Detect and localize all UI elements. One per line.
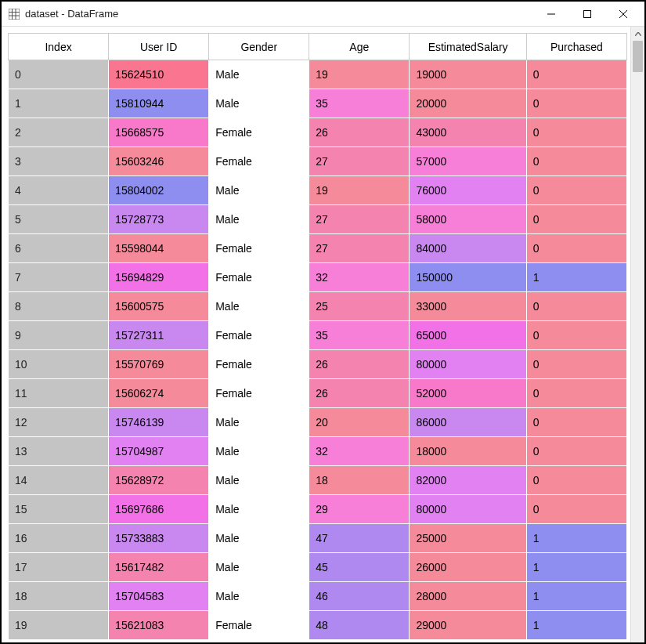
column-header-index[interactable]: Index [9,34,109,60]
cell-salary[interactable]: 25000 [410,524,526,553]
cell-salary[interactable]: 150000 [410,263,526,292]
cell-purchased[interactable]: 1 [526,611,626,640]
cell-salary[interactable]: 29000 [410,611,526,640]
table-row[interactable]: 1115606274Female26520000 [9,379,627,408]
cell-userid[interactable]: 15617482 [109,553,209,582]
cell-userid[interactable]: 15727311 [109,321,209,350]
cell-purchased[interactable]: 1 [526,553,626,582]
cell-salary[interactable]: 80000 [410,350,526,379]
cell-gender[interactable]: Female [209,321,309,350]
table-row[interactable]: 315603246Female27570000 [9,147,627,176]
cell-index[interactable]: 1 [9,89,109,118]
cell-index[interactable]: 2 [9,118,109,147]
cell-index[interactable]: 8 [9,292,109,321]
cell-age[interactable]: 29 [309,495,410,524]
cell-age[interactable]: 27 [309,234,410,263]
cell-gender[interactable]: Male [209,495,309,524]
cell-userid[interactable]: 15570769 [109,350,209,379]
cell-salary[interactable]: 65000 [410,321,526,350]
table-row[interactable]: 615598044Female27840000 [9,234,627,263]
cell-age[interactable]: 35 [309,89,410,118]
cell-userid[interactable]: 15804002 [109,176,209,205]
cell-purchased[interactable]: 0 [526,466,626,495]
cell-gender[interactable]: Male [209,524,309,553]
table-row[interactable]: 415804002Male19760000 [9,176,627,205]
column-header-userid[interactable]: User ID [109,34,209,60]
cell-purchased[interactable]: 0 [526,147,626,176]
cell-purchased[interactable]: 0 [526,205,626,234]
cell-salary[interactable]: 58000 [410,205,526,234]
cell-userid[interactable]: 15697686 [109,495,209,524]
cell-gender[interactable]: Male [209,89,309,118]
cell-purchased[interactable]: 0 [526,379,626,408]
cell-userid[interactable]: 15668575 [109,118,209,147]
cell-index[interactable]: 14 [9,466,109,495]
table-row[interactable]: 715694829Female321500001 [9,263,627,292]
cell-purchased[interactable]: 0 [526,118,626,147]
cell-age[interactable]: 26 [309,379,410,408]
maximize-button[interactable] [569,2,605,26]
cell-index[interactable]: 10 [9,350,109,379]
cell-purchased[interactable]: 0 [526,234,626,263]
cell-userid[interactable]: 15694829 [109,263,209,292]
cell-salary[interactable]: 57000 [410,147,526,176]
cell-salary[interactable]: 26000 [410,553,526,582]
cell-userid[interactable]: 15624510 [109,60,209,89]
cell-purchased[interactable]: 0 [526,408,626,437]
table-row[interactable]: 115810944Male35200000 [9,89,627,118]
cell-age[interactable]: 47 [309,524,410,553]
cell-index[interactable]: 4 [9,176,109,205]
cell-age[interactable]: 19 [309,176,410,205]
cell-age[interactable]: 19 [309,60,410,89]
cell-index[interactable]: 18 [9,582,109,611]
cell-age[interactable]: 18 [309,466,410,495]
vertical-scrollbar[interactable] [630,27,644,642]
cell-gender[interactable]: Male [209,582,309,611]
close-button[interactable] [605,2,641,26]
cell-salary[interactable]: 19000 [410,60,526,89]
cell-index[interactable]: 6 [9,234,109,263]
cell-purchased[interactable]: 0 [526,495,626,524]
cell-purchased[interactable]: 0 [526,292,626,321]
cell-index[interactable]: 13 [9,437,109,466]
cell-purchased[interactable]: 1 [526,524,626,553]
scroll-up-button[interactable] [631,27,644,41]
cell-index[interactable]: 5 [9,205,109,234]
cell-gender[interactable]: Female [209,379,309,408]
cell-purchased[interactable]: 1 [526,582,626,611]
cell-gender[interactable]: Female [209,263,309,292]
cell-gender[interactable]: Male [209,466,309,495]
column-header-purchased[interactable]: Purchased [526,34,626,60]
cell-userid[interactable]: 15728773 [109,205,209,234]
table-row[interactable]: 215668575Female26430000 [9,118,627,147]
cell-index[interactable]: 0 [9,60,109,89]
cell-salary[interactable]: 86000 [410,408,526,437]
cell-gender[interactable]: Male [209,553,309,582]
cell-gender[interactable]: Female [209,350,309,379]
table-row[interactable]: 515728773Male27580000 [9,205,627,234]
table-row[interactable]: 1615733883Male47250001 [9,524,627,553]
cell-purchased[interactable]: 1 [526,263,626,292]
cell-userid[interactable]: 15704583 [109,582,209,611]
table-row[interactable]: 1315704987Male32180000 [9,437,627,466]
cell-index[interactable]: 16 [9,524,109,553]
cell-gender[interactable]: Male [209,176,309,205]
cell-userid[interactable]: 15598044 [109,234,209,263]
cell-userid[interactable]: 15606274 [109,379,209,408]
cell-userid[interactable]: 15733883 [109,524,209,553]
minimize-button[interactable] [533,2,569,26]
cell-age[interactable]: 45 [309,553,410,582]
table-row[interactable]: 1515697686Male29800000 [9,495,627,524]
cell-salary[interactable]: 84000 [410,234,526,263]
cell-gender[interactable]: Male [209,292,309,321]
cell-age[interactable]: 27 [309,205,410,234]
cell-salary[interactable]: 28000 [410,582,526,611]
cell-gender[interactable]: Female [209,611,309,640]
table-row[interactable]: 015624510Male19190000 [9,60,627,89]
cell-gender[interactable]: Male [209,437,309,466]
cell-purchased[interactable]: 0 [526,89,626,118]
cell-userid[interactable]: 15621083 [109,611,209,640]
cell-gender[interactable]: Male [209,60,309,89]
cell-gender[interactable]: Female [209,234,309,263]
cell-purchased[interactable]: 0 [526,60,626,89]
